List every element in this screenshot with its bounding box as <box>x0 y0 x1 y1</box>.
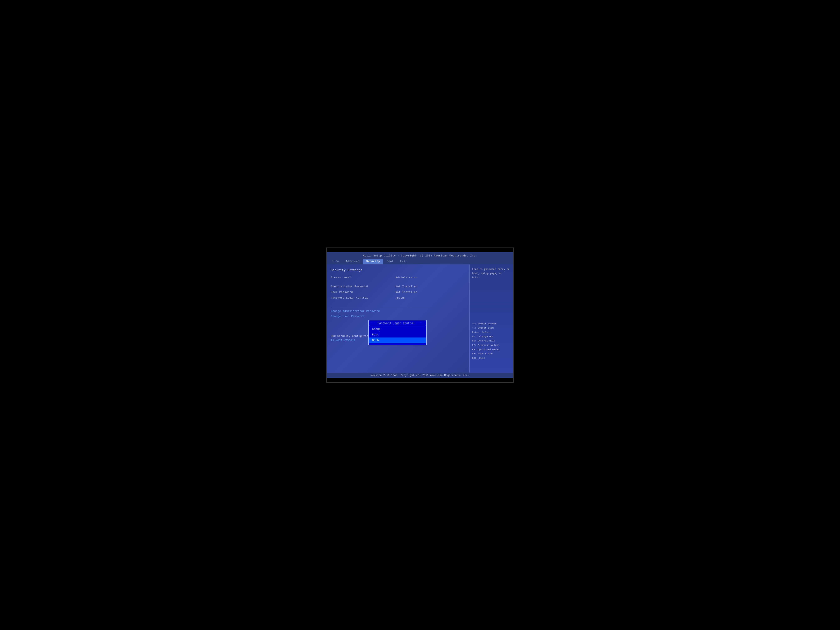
menu-bar: Info Advanced Security Boot Exit <box>327 259 513 264</box>
menu-item-info[interactable]: Info <box>329 259 342 264</box>
user-password-label: User Password <box>331 291 395 294</box>
key-hint-enter: Enter: Select <box>472 330 511 335</box>
key-hints: →←: Select Screen ↑↓: Select Item Enter:… <box>472 322 511 360</box>
key-hint-select-item: ↑↓: Select Item <box>472 326 511 330</box>
bottom-bar: Version 2.16.1240. Copyright (C) 2013 Am… <box>327 373 513 378</box>
version-text: Version 2.16.1240. Copyright (C) 2013 Am… <box>327 374 513 377</box>
user-password-value: Not Installed <box>395 291 417 294</box>
change-admin-password-link[interactable]: Change Administrator Password <box>331 309 465 313</box>
main-area: Security Settings Access Level Administr… <box>327 264 513 373</box>
menu-item-security[interactable]: Security <box>363 259 383 264</box>
content-panel: Security Settings Access Level Administr… <box>327 264 470 373</box>
bios-screen: Aptio Setup Utility - Copyright (C) 2013… <box>326 248 514 383</box>
password-login-control-row[interactable]: Password Login Control [Both] <box>331 296 465 299</box>
key-hint-esc: ESC: Exit <box>472 356 511 360</box>
access-level-row: Access Level Administrator <box>331 276 465 279</box>
user-password-row: User Password Not Installed <box>331 291 465 294</box>
title-bar: Aptio Setup Utility - Copyright (C) 2013… <box>327 252 513 264</box>
password-login-control-value: [Both] <box>395 296 406 299</box>
change-user-password-link[interactable]: Change User Password <box>331 315 465 318</box>
popup-box: ─── Password Login Control ─── Setup Boo… <box>368 320 427 345</box>
admin-password-value: Not Installed <box>395 285 417 288</box>
password-login-control-label: Password Login Control <box>331 296 395 299</box>
key-hint-f2: F2: Previous Values <box>472 343 511 347</box>
access-level-label: Access Level <box>331 276 395 279</box>
menu-item-exit[interactable]: Exit <box>397 259 411 264</box>
popup-title: ─── Password Login Control ─── <box>369 321 426 326</box>
top-black-bar <box>327 248 513 252</box>
admin-password-label: Administrator Password <box>331 285 395 288</box>
side-panel: Enables password entry on boot, setup pa… <box>470 264 513 373</box>
key-hint-f4: F4: Save & Exit <box>472 352 511 356</box>
popup-item-boot[interactable]: Boot <box>369 332 426 338</box>
help-text: Enables password entry on boot, setup pa… <box>472 267 511 280</box>
popup-item-both[interactable]: Both <box>369 338 426 343</box>
bottom-black-bar <box>327 378 513 382</box>
key-hint-f1: F1: General Help <box>472 339 511 343</box>
divider <box>331 307 465 307</box>
key-hint-f3: F3: Optimized Defau <box>472 347 511 352</box>
key-hint-change-opt: +/-: Change Opt. <box>472 335 511 339</box>
popup-item-setup[interactable]: Setup <box>369 326 426 332</box>
menu-item-boot[interactable]: Boot <box>383 259 397 264</box>
menu-item-advanced[interactable]: Advanced <box>342 259 363 264</box>
section-title: Security Settings <box>331 268 465 272</box>
admin-password-row: Administrator Password Not Installed <box>331 285 465 288</box>
title-text: Aptio Setup Utility - Copyright (C) 2013… <box>327 253 513 259</box>
access-level-value: Administrator <box>395 276 417 279</box>
key-hint-select-screen: →←: Select Screen <box>472 322 511 326</box>
